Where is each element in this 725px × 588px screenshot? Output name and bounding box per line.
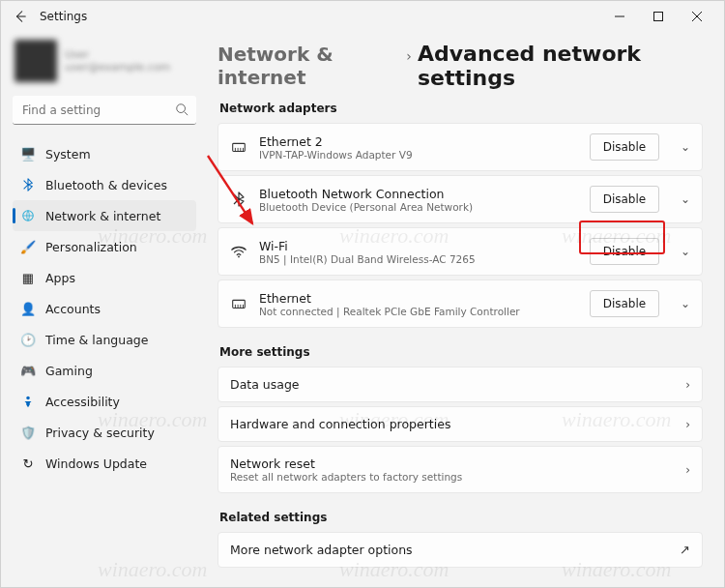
adapter-title: Ethernet 2 — [259, 134, 413, 149]
sidebar-item-label: Windows Update — [45, 456, 147, 471]
sidebar-item-apps[interactable]: ▦Apps — [13, 262, 196, 293]
chevron-down-icon[interactable]: ⌄ — [681, 297, 690, 310]
close-button[interactable] — [678, 3, 716, 30]
chevron-right-icon: › — [685, 378, 690, 392]
sidebar-item-network[interactable]: Network & internet — [13, 200, 196, 231]
disable-button[interactable]: Disable — [590, 290, 659, 317]
sidebar-item-time[interactable]: 🕑Time & language — [13, 324, 196, 355]
svg-line-5 — [185, 112, 188, 116]
sidebar-item-label: System — [45, 147, 91, 162]
search-box — [13, 96, 196, 125]
account-name: User — [65, 48, 170, 61]
window-body: User user@example.com 🖥️SystemBluetooth … — [1, 32, 724, 587]
bt-icon — [230, 191, 247, 208]
settings-row[interactable]: Data usage› — [218, 367, 703, 402]
eth-icon — [230, 295, 247, 312]
adapter-subtitle: IVPN-TAP-Windows Adapter V9 — [259, 149, 413, 161]
disable-button[interactable]: Disable — [590, 238, 659, 265]
related-list: More network adapter options↗ — [218, 532, 703, 568]
accounts-icon: 👤 — [20, 301, 36, 316]
sidebar-item-accounts[interactable]: 👤Accounts — [13, 293, 196, 324]
time-icon: 🕑 — [20, 332, 36, 347]
disable-button[interactable]: Disable — [590, 133, 659, 161]
sidebar-item-label: Bluetooth & devices — [45, 178, 167, 192]
close-icon — [692, 12, 702, 21]
svg-rect-1 — [654, 13, 663, 21]
sidebar-item-label: Accessibility — [45, 395, 120, 409]
account-text: User user@example.com — [65, 48, 170, 74]
account-block[interactable]: User user@example.com — [13, 36, 196, 96]
sidebar-item-label: Apps — [45, 271, 75, 285]
section-related-header: Related settings — [219, 511, 703, 524]
sidebar-item-privacy[interactable]: 🛡️Privacy & security — [13, 417, 196, 448]
sidebar-item-label: Gaming — [45, 364, 93, 378]
adapter-text: Wi-FiBN5 | Intel(R) Dual Band Wireless-A… — [259, 239, 476, 265]
accessibility-icon — [20, 394, 36, 409]
chevron-down-icon[interactable]: ⌄ — [681, 245, 690, 258]
adapter-row[interactable]: Bluetooth Network ConnectionBluetooth De… — [218, 175, 703, 223]
network-icon — [20, 208, 36, 223]
settings-window: Settings User user@example.com 🖥️Sys — [0, 0, 725, 588]
adapter-row[interactable]: Wi-FiBN5 | Intel(R) Dual Band Wireless-A… — [218, 227, 703, 276]
breadcrumb-root[interactable]: Network & internet — [218, 43, 400, 89]
maximize-button[interactable] — [639, 3, 678, 30]
sidebar-item-update[interactable]: ↻Windows Update — [13, 448, 196, 479]
sidebar-item-label: Privacy & security — [45, 426, 155, 440]
page-title: Advanced network settings — [418, 42, 703, 90]
chevron-right-icon: › — [406, 48, 412, 64]
section-more-header: More settings — [219, 345, 703, 359]
breadcrumb: Network & internet › Advanced network se… — [218, 42, 703, 90]
chevron-down-icon[interactable]: ⌄ — [681, 140, 690, 154]
minimize-icon — [615, 12, 624, 21]
settings-row[interactable]: Hardware and connection properties› — [218, 406, 703, 442]
main-content: Network & internet › Advanced network se… — [204, 32, 724, 587]
adapters-list: Ethernet 2IVPN-TAP-Windows Adapter V9Dis… — [218, 123, 703, 328]
row-text: Network resetReset all network adapters … — [230, 456, 462, 483]
wifi-icon — [230, 243, 247, 260]
adapter-row[interactable]: Ethernet 2IVPN-TAP-Windows Adapter V9Dis… — [218, 123, 703, 171]
adapter-text: Ethernet 2IVPN-TAP-Windows Adapter V9 — [259, 134, 413, 161]
back-button[interactable] — [9, 5, 32, 28]
adapter-row[interactable]: EthernetNot connected | Realtek PCIe GbE… — [218, 279, 703, 328]
svg-point-7 — [26, 397, 30, 400]
row-text: Hardware and connection properties — [230, 417, 450, 431]
row-title: Hardware and connection properties — [230, 417, 450, 431]
sidebar-item-label: Personalization — [45, 240, 137, 254]
sidebar-item-accessibility[interactable]: Accessibility — [13, 386, 196, 417]
adapter-title: Bluetooth Network Connection — [259, 187, 473, 201]
avatar — [14, 40, 57, 82]
gaming-icon: 🎮 — [20, 363, 36, 378]
sidebar-item-label: Time & language — [45, 333, 148, 347]
personalization-icon: 🖌️ — [20, 239, 36, 254]
window-title: Settings — [40, 10, 87, 23]
sidebar-item-personalization[interactable]: 🖌️Personalization — [13, 231, 196, 262]
row-text: Data usage — [230, 377, 300, 392]
account-email: user@example.com — [65, 61, 170, 74]
row-title: Network reset — [230, 456, 462, 471]
row-title: More network adapter options — [230, 543, 413, 557]
title-bar: Settings — [1, 1, 724, 32]
sidebar-item-system[interactable]: 🖥️System — [13, 138, 196, 169]
sidebar-item-label: Network & internet — [45, 209, 160, 223]
related-row[interactable]: More network adapter options↗ — [218, 532, 703, 568]
privacy-icon: 🛡️ — [20, 425, 36, 440]
section-adapters-header: Network adapters — [219, 102, 703, 115]
search-icon — [175, 103, 188, 119]
minimize-button[interactable] — [600, 3, 639, 30]
disable-button[interactable]: Disable — [590, 186, 659, 213]
sidebar-item-gaming[interactable]: 🎮Gaming — [13, 355, 196, 386]
window-controls — [600, 3, 716, 30]
chevron-down-icon[interactable]: ⌄ — [681, 192, 690, 206]
adapter-subtitle: Not connected | Realtek PCIe GbE Family … — [259, 306, 520, 317]
adapter-subtitle: Bluetooth Device (Personal Area Network) — [259, 201, 473, 213]
svg-point-4 — [177, 104, 186, 113]
settings-row[interactable]: Network resetReset all network adapters … — [218, 446, 703, 493]
system-icon: 🖥️ — [20, 146, 36, 162]
sidebar-item-bluetooth[interactable]: Bluetooth & devices — [13, 169, 196, 200]
adapter-title: Wi-Fi — [259, 239, 476, 253]
eth-icon — [230, 138, 247, 156]
search-input[interactable] — [13, 96, 196, 125]
adapter-subtitle: BN5 | Intel(R) Dual Band Wireless-AC 726… — [259, 253, 476, 265]
chevron-right-icon: › — [685, 463, 690, 477]
nav-list: 🖥️SystemBluetooth & devicesNetwork & int… — [13, 138, 196, 479]
